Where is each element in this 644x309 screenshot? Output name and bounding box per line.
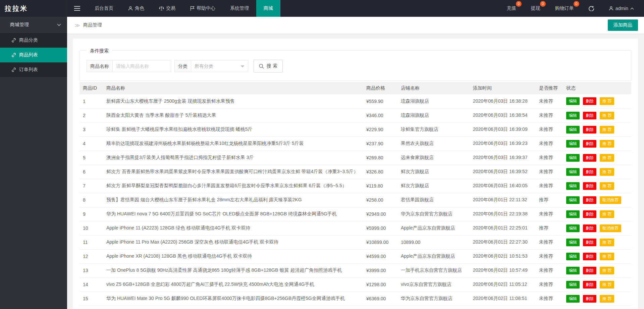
edit-button[interactable]: 编辑 xyxy=(566,224,580,232)
edit-button[interactable]: 编辑 xyxy=(566,267,580,274)
added-time-cell: 2020年06月03日 16:39:23 xyxy=(470,137,536,151)
product-id-cell: 3 xyxy=(79,122,103,137)
added-time-cell: 2020年06月01日 22:11:32 xyxy=(470,193,536,207)
delete-button[interactable]: 删除 xyxy=(583,196,596,204)
product-id-cell: 5 xyxy=(79,151,103,165)
recommend-button[interactable]: 取消推荐 xyxy=(600,196,621,204)
status-cell: 编辑 删除 推 荐 xyxy=(563,137,631,151)
header-recommended: 是否推荐 xyxy=(536,82,563,94)
edit-button[interactable]: 编辑 xyxy=(566,295,580,303)
product-price-cell: ¥4599.00 xyxy=(363,249,397,263)
recommend-button[interactable]: 推 荐 xyxy=(600,126,614,134)
search-button-label: 搜 索 xyxy=(267,63,277,69)
user-icon xyxy=(128,6,133,11)
edit-button[interactable]: 编辑 xyxy=(566,210,580,218)
recommend-button[interactable]: 取消推荐 xyxy=(600,224,621,232)
edit-button[interactable]: 编辑 xyxy=(566,112,580,119)
recommend-button[interactable]: 推 荐 xyxy=(600,168,614,176)
added-time-cell: 2020年06月03日 16:39:52 xyxy=(470,165,536,179)
recommend-button[interactable]: 推 荐 xyxy=(600,140,614,148)
delete-button[interactable]: 删除 xyxy=(583,182,596,190)
edit-button[interactable]: 编辑 xyxy=(566,253,580,260)
header-status: 状态 xyxy=(563,82,631,94)
delete-button[interactable]: 删除 xyxy=(583,281,596,289)
recommend-button[interactable]: 推 荐 xyxy=(600,112,614,119)
delete-button[interactable]: 删除 xyxy=(583,239,596,246)
added-time-cell: 2020年06月01日 22:19:38 xyxy=(470,207,536,221)
sidebar-item-goods-list[interactable]: 商品列表 xyxy=(0,48,67,62)
nav-item-recharge[interactable]: 充值 0 xyxy=(499,0,524,17)
delete-button[interactable]: 删除 xyxy=(583,97,596,105)
refresh-button[interactable] xyxy=(581,0,601,17)
product-id-cell: 9 xyxy=(79,207,103,221)
delete-button[interactable]: 删除 xyxy=(583,154,596,162)
nav-item-help-center[interactable]: 帮助中心 xyxy=(183,0,223,17)
category-select[interactable]: 所有分类 xyxy=(191,60,248,72)
edit-button[interactable]: 编辑 xyxy=(566,97,580,105)
product-price-cell: ¥1298.00 xyxy=(363,277,397,292)
product-price-cell: ¥559.90 xyxy=(363,94,397,108)
recommend-button[interactable]: 推 荐 xyxy=(600,154,614,162)
recommend-button[interactable]: 推 荐 xyxy=(600,253,614,260)
nav-item-label: 交易 xyxy=(166,5,175,11)
delete-button[interactable]: 删除 xyxy=(583,224,596,232)
breadcrumb-icon: ≫ xyxy=(74,22,80,29)
header-product-id: 商品ID xyxy=(79,82,103,94)
delete-button[interactable]: 删除 xyxy=(583,112,596,119)
delete-button[interactable]: 删除 xyxy=(583,140,596,148)
header-product-name: 商品名称 xyxy=(103,82,363,94)
delete-button[interactable]: 删除 xyxy=(583,295,596,303)
edit-button[interactable]: 编辑 xyxy=(566,239,580,246)
recommend-button[interactable]: 推 荐 xyxy=(600,239,614,246)
collapse-sidebar-button[interactable] xyxy=(67,0,87,17)
nav-item-withdraw[interactable]: 提现 0 xyxy=(524,0,548,17)
edit-button[interactable]: 编辑 xyxy=(566,168,580,176)
nav-item-trade[interactable]: 交易 xyxy=(152,0,183,17)
sidebar-group-mall-management[interactable]: 商城管理 xyxy=(0,17,67,33)
product-id-cell: 11 xyxy=(79,235,103,249)
user-menu[interactable]: admin xyxy=(601,0,641,17)
delete-button[interactable]: 删除 xyxy=(583,126,596,134)
table-row: 1 新鲜露天山东大樱桃车厘子 2500g盒装 现摘现发新鲜水果预售 ¥559.9… xyxy=(79,94,631,108)
recommend-button[interactable]: 推 荐 xyxy=(600,267,614,274)
product-name-input[interactable] xyxy=(113,60,171,72)
recommended-cell: 未推荐 xyxy=(536,292,563,306)
recommend-button[interactable]: 推 荐 xyxy=(600,182,614,190)
edit-button[interactable]: 编辑 xyxy=(566,126,580,134)
edit-button[interactable]: 编辑 xyxy=(566,182,580,190)
breadcrumb-bar: ≫ 商品管理 添加商品 xyxy=(67,17,644,34)
product-id-cell: 8 xyxy=(79,193,103,207)
delete-button[interactable]: 删除 xyxy=(583,253,596,260)
nav-item-shop-orders[interactable]: 购物订单 0 xyxy=(548,0,581,17)
edit-button[interactable]: 编辑 xyxy=(566,281,580,289)
recommended-cell: 未推荐 xyxy=(536,235,563,249)
recommend-button[interactable]: 推 荐 xyxy=(600,295,614,303)
recommend-button[interactable]: 推 荐 xyxy=(600,210,614,218)
nav-item-system[interactable]: 系统管理 xyxy=(223,0,256,17)
delete-button[interactable]: 删除 xyxy=(583,210,596,218)
product-id-cell: 6 xyxy=(79,165,103,179)
shop-name-cell: Apple产品京东自营旗舰店 xyxy=(397,249,470,263)
add-product-button[interactable]: 添加商品 xyxy=(608,19,638,31)
recommend-button[interactable]: 推 荐 xyxy=(600,281,614,289)
flag-icon xyxy=(190,6,195,11)
product-price-cell: ¥326.80 xyxy=(363,165,397,179)
shop-name-cell: 鲜次方旗舰店 xyxy=(397,179,470,193)
edit-button[interactable]: 编辑 xyxy=(566,154,580,162)
sidebar-item-order-list[interactable]: 订单列表 xyxy=(0,62,67,77)
sidebar-item-goods-category[interactable]: 商品分类 xyxy=(0,33,67,48)
nav-item-mall[interactable]: 商城 xyxy=(256,0,280,17)
edit-button[interactable]: 编辑 xyxy=(566,196,580,204)
edit-button[interactable]: 编辑 xyxy=(566,140,580,148)
nav-item-dashboard[interactable]: 后台首页 xyxy=(87,0,121,17)
product-name-cell: 鲜次方 新鲜早酥梨皇冠梨香梨鸭梨脆甜白心多汁果园直发整箱6斤批发时令应季水果京东… xyxy=(103,179,363,193)
added-time-cell: 2020年06月03日 16:38:28 xyxy=(470,94,536,108)
added-time-cell: 2020年06月02日 11:05:12 xyxy=(470,277,536,292)
recommend-button[interactable]: 推 荐 xyxy=(600,97,614,105)
recommended-cell: 未推荐 xyxy=(536,137,563,151)
delete-button[interactable]: 删除 xyxy=(583,267,596,274)
delete-button[interactable]: 删除 xyxy=(583,168,596,176)
search-button[interactable]: 搜 索 xyxy=(254,60,283,72)
category-label: 分类 xyxy=(174,60,191,72)
nav-item-roles[interactable]: 角色 xyxy=(121,0,152,17)
